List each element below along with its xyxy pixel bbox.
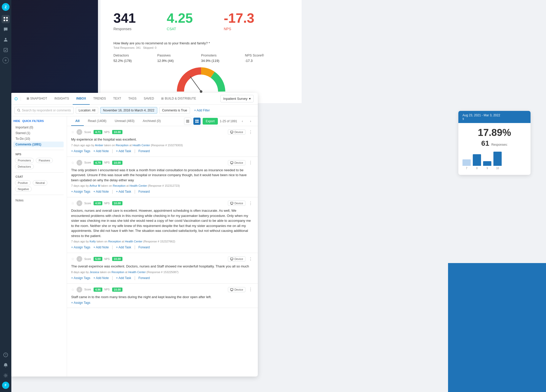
author-link-1[interactable]: Amber: [95, 144, 103, 147]
tag-positive[interactable]: Positive: [15, 180, 31, 185]
date-filter[interactable]: November 16, 2016 to March 4, 2022: [100, 107, 157, 114]
nav-icon-settings[interactable]: [2, 371, 10, 380]
inbox-tab-archived[interactable]: Archived (0): [139, 116, 165, 126]
search-input[interactable]: Search by respondent or comments: [14, 107, 74, 114]
prev-page-button[interactable]: ‹: [239, 118, 245, 124]
add-filter-button[interactable]: + Add Filter: [192, 107, 212, 113]
facility-link-3[interactable]: Health Center: [125, 240, 143, 243]
tab-snapshot[interactable]: ▦ SNAPSHOT: [23, 93, 51, 105]
tag-promoters[interactable]: Promoters: [15, 158, 34, 163]
tab-trends[interactable]: TRENDS: [90, 93, 110, 105]
star-icon-4[interactable]: ☆: [71, 257, 75, 261]
list-view-button[interactable]: [184, 118, 191, 125]
tab-build[interactable]: ⊞ BUILD & DISTRIBUTE: [158, 93, 200, 105]
facility-link-2[interactable]: Health Center: [129, 184, 147, 187]
forward-2[interactable]: Forward: [138, 190, 150, 193]
next-page-button[interactable]: ›: [247, 118, 254, 124]
tab-saved[interactable]: SAVED: [140, 93, 158, 105]
tag-detractors[interactable]: Detractors: [15, 164, 34, 169]
nav-icon-bell[interactable]: [2, 361, 10, 369]
assign-tags-1[interactable]: + Assign Tags: [71, 149, 90, 153]
pagination-info: 1-25 of 1891: [220, 119, 237, 123]
assign-tags-5[interactable]: + Assign Tags: [71, 301, 90, 305]
author-link-3[interactable]: Kelly: [90, 240, 96, 243]
location-link-3[interactable]: Reception: [108, 240, 121, 243]
tab-insights[interactable]: INSIGHTS: [51, 93, 73, 105]
tab-text[interactable]: TEXT: [110, 93, 125, 105]
add-task-2[interactable]: + Add Task: [116, 190, 131, 193]
nps-value-label: 9: [462, 118, 526, 120]
right-stat-count: 61: [481, 139, 489, 148]
nav-icon-check[interactable]: [2, 46, 10, 54]
add-survey-button[interactable]: +: [3, 57, 9, 63]
inbox-tab-unread[interactable]: Unread (483): [111, 116, 139, 126]
device-button-1[interactable]: Device: [228, 129, 245, 135]
device-button-5[interactable]: Device: [228, 287, 245, 292]
assign-tags-3[interactable]: + Assign Tags: [71, 246, 90, 249]
facility-link-4[interactable]: Health Center: [128, 271, 146, 274]
tag-negative[interactable]: Negative: [15, 186, 32, 192]
author-link-2[interactable]: Arthur M: [89, 184, 100, 187]
more-button-2[interactable]: ⋮: [247, 160, 254, 165]
grid-view-button[interactable]: [193, 118, 201, 125]
star-icon-3[interactable]: ☆: [71, 201, 75, 205]
add-note-2[interactable]: + Add Note: [93, 190, 109, 193]
star-icon-2[interactable]: ☆: [71, 161, 75, 165]
location-link-4[interactable]: Reception: [112, 271, 125, 274]
assign-tags-2[interactable]: + Assign Tags: [71, 190, 90, 193]
device-icon-2: [230, 161, 233, 164]
tag-passives[interactable]: Passives: [36, 158, 53, 163]
sidebar-item-starred[interactable]: Starred (1): [13, 130, 64, 136]
location-filter[interactable]: Location: All: [76, 107, 98, 114]
author-link-4[interactable]: Jessica: [90, 271, 99, 274]
nav-icon-question[interactable]: ?: [2, 351, 10, 359]
sidebar-item-comments[interactable]: Comments (1891): [13, 142, 64, 147]
device-button-3[interactable]: Device: [228, 201, 245, 206]
nav-icon-chat[interactable]: [2, 25, 10, 34]
sidebar-item-todo[interactable]: To-Do (10): [13, 136, 64, 142]
device-button-2[interactable]: Device: [228, 160, 245, 165]
sidebar-item-notes[interactable]: Notes: [13, 198, 64, 203]
more-button-1[interactable]: ⋮: [247, 130, 254, 135]
avatar-2: A: [77, 160, 82, 166]
forward-4[interactable]: Forward: [138, 276, 150, 280]
tab-inbox[interactable]: INBOX: [73, 93, 90, 105]
device-button-4[interactable]: Device: [228, 256, 245, 262]
mini-bar-chart: 7 8 9 10: [458, 152, 531, 175]
nav-icon-grid[interactable]: [2, 15, 10, 23]
facility-link-1[interactable]: Health Center: [133, 144, 150, 147]
add-note-1[interactable]: + Add Note: [93, 149, 109, 153]
more-button-4[interactable]: ⋮: [247, 257, 254, 262]
csat-section-label: CSAT: [15, 175, 64, 178]
csat-number: 4.25: [167, 10, 193, 26]
add-note-3[interactable]: + Add Note: [93, 246, 109, 249]
star-icon-5[interactable]: ☆: [71, 288, 75, 292]
tab-tags[interactable]: TAGS: [125, 93, 140, 105]
more-button-5[interactable]: ⋮: [247, 287, 254, 292]
response-meta-4: 8 days ago by Jessica taken on Reception…: [71, 271, 254, 274]
nps-label-5: NPS: [104, 288, 110, 291]
star-icon-1[interactable]: ☆: [71, 130, 75, 134]
avatar-1: A: [77, 129, 82, 135]
export-button[interactable]: Export: [203, 118, 218, 125]
more-button-3[interactable]: ⋮: [247, 201, 254, 206]
add-task-1[interactable]: + Add Task: [116, 149, 131, 153]
add-task-3[interactable]: + Add Task: [116, 246, 131, 249]
forward-1[interactable]: Forward: [138, 149, 150, 153]
response-meta-1: 7 days ago ago by Amber taken on Recepti…: [71, 144, 254, 147]
comments-filter[interactable]: Comments is True: [159, 107, 190, 114]
assign-tags-4[interactable]: + Assign Tags: [71, 276, 90, 280]
sidebar-item-important[interactable]: Important (0): [13, 125, 64, 130]
inbox-tab-read[interactable]: Read (1408): [84, 116, 111, 126]
user-avatar[interactable]: F: [2, 382, 9, 389]
forward-3[interactable]: Forward: [138, 246, 150, 249]
inbox-tab-all[interactable]: All: [71, 116, 84, 126]
survey-selector[interactable]: Inpatient Survey ▾: [220, 95, 254, 102]
add-note-4[interactable]: + Add Note: [93, 276, 109, 280]
quick-filters-title[interactable]: HIDE QUICK FILTERS: [13, 119, 64, 123]
location-link-1[interactable]: Reception: [116, 144, 129, 147]
nav-icon-person[interactable]: [2, 36, 10, 44]
tag-neutral[interactable]: Neutral: [33, 180, 47, 185]
location-link-2[interactable]: Reception: [113, 184, 126, 187]
add-task-4[interactable]: + Add Task: [116, 276, 131, 280]
